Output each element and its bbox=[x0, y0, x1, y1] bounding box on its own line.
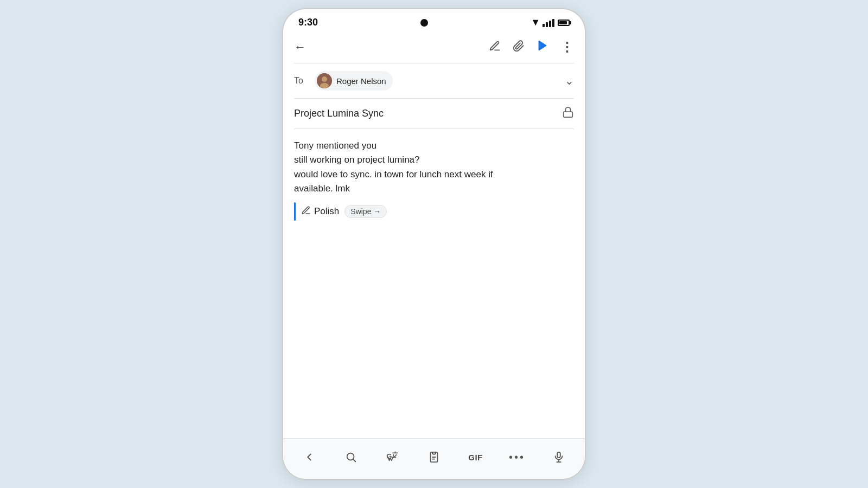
body-line2: still working on project lumina? bbox=[294, 155, 420, 165]
lock-icon[interactable] bbox=[562, 106, 574, 121]
polish-suggestion[interactable]: Polish Swipe → bbox=[294, 202, 574, 221]
keyboard-clipboard-button[interactable] bbox=[423, 446, 445, 468]
attach-icon[interactable] bbox=[513, 40, 525, 55]
more-icon[interactable]: ⋮ bbox=[560, 40, 574, 55]
svg-marker-0 bbox=[539, 41, 546, 50]
keyboard-back-button[interactable] bbox=[298, 446, 320, 468]
avatar bbox=[317, 73, 332, 88]
signal-icon bbox=[542, 18, 554, 27]
status-icons: ▼ bbox=[531, 17, 570, 28]
edit-icon[interactable] bbox=[489, 40, 501, 55]
keyboard-bar: G GIF ••• bbox=[283, 438, 585, 479]
phone-frame: 9:30 ▼ ← bbox=[282, 8, 586, 480]
recipient-name: Roger Nelson bbox=[336, 76, 386, 86]
swipe-chip[interactable]: Swipe → bbox=[344, 205, 387, 218]
polish-pencil-icon bbox=[301, 206, 311, 217]
body-line3: would love to sync. in town for lunch ne… bbox=[294, 169, 493, 179]
suggestion-indicator-bar bbox=[294, 202, 296, 221]
gif-label-text: GIF bbox=[468, 453, 483, 462]
keyboard-mic-button[interactable] bbox=[548, 446, 570, 468]
toolbar: ← ⋮ bbox=[283, 31, 585, 63]
subject-text: Project Lumina Sync bbox=[294, 108, 554, 119]
svg-rect-8 bbox=[432, 452, 436, 454]
svg-line-6 bbox=[353, 459, 355, 461]
wifi-icon: ▼ bbox=[531, 17, 540, 28]
subject-field[interactable]: Project Lumina Sync bbox=[283, 99, 585, 129]
battery-icon bbox=[558, 20, 570, 26]
avatar-img bbox=[317, 73, 332, 88]
email-body[interactable]: Tony mentioned you still working on proj… bbox=[283, 129, 585, 438]
to-field: To Roger Nelson ⌄ bbox=[283, 63, 585, 98]
svg-rect-4 bbox=[564, 112, 573, 117]
polish-label: Polish bbox=[314, 206, 339, 217]
svg-rect-11 bbox=[557, 452, 560, 458]
send-icon[interactable] bbox=[537, 40, 548, 55]
expand-icon[interactable]: ⌄ bbox=[565, 74, 574, 87]
to-label: To bbox=[294, 76, 307, 86]
toolbar-actions: ⋮ bbox=[489, 40, 574, 55]
svg-point-5 bbox=[347, 453, 354, 460]
status-bar: 9:30 ▼ bbox=[283, 9, 585, 31]
body-text: Tony mentioned you still working on proj… bbox=[294, 139, 574, 196]
keyboard-more-button[interactable]: ••• bbox=[506, 446, 528, 468]
svg-point-3 bbox=[320, 83, 329, 88]
status-time: 9:30 bbox=[298, 17, 318, 28]
body-line1: Tony mentioned you bbox=[294, 140, 376, 151]
back-button[interactable]: ← bbox=[294, 37, 489, 57]
keyboard-search-button[interactable] bbox=[340, 446, 362, 468]
keyboard-gif-button[interactable]: GIF bbox=[465, 446, 487, 468]
recipient-chip[interactable]: Roger Nelson bbox=[315, 71, 393, 91]
camera-cutout bbox=[420, 19, 428, 27]
swipe-label: Swipe → bbox=[350, 207, 381, 216]
svg-point-2 bbox=[322, 76, 327, 82]
body-line4: available. lmk bbox=[294, 183, 350, 194]
keyboard-translate-button[interactable]: G bbox=[381, 446, 403, 468]
